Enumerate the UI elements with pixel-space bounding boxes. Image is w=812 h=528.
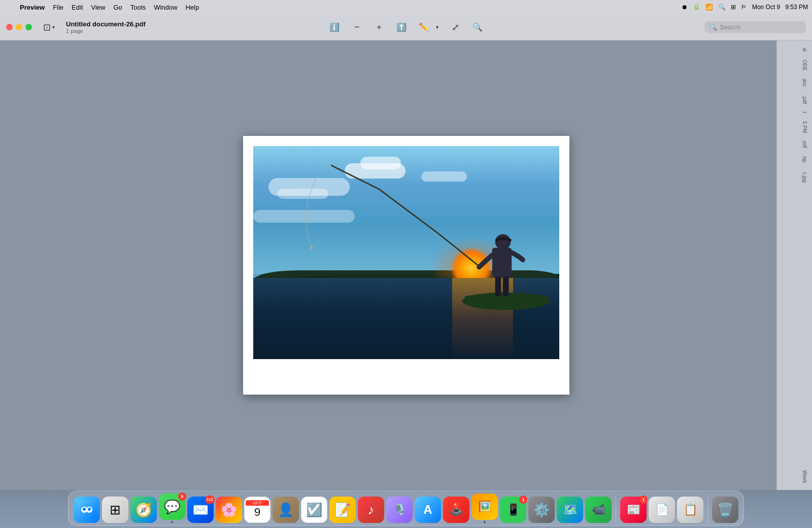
menu-go[interactable]: Go — [110, 3, 125, 12]
zoom-out-button[interactable]: − — [349, 19, 365, 36]
dock-item-podcasts[interactable]: 🎙️ — [386, 497, 413, 523]
dock-item-preview[interactable]: 🖼️ — [471, 494, 498, 523]
dock: ⊞ 🧭 8 💬 112 ✉️ 🌸 — [68, 490, 744, 526]
zoom-in-button[interactable]: + — [371, 19, 387, 36]
resize-button[interactable]: ⤢ — [447, 19, 463, 36]
menubar-right: ⏺ 🔋 📶 🔍 ⊞ 🏳 Mon Oct 9 9:53 PM — [682, 4, 808, 11]
menu-view[interactable]: View — [88, 3, 109, 12]
menubar-time: 9:53 PM — [785, 4, 808, 11]
search-input[interactable] — [720, 23, 801, 31]
chevron-down-icon: ▾ — [52, 24, 55, 30]
dock-item-reminders[interactable]: ☑️ — [301, 497, 327, 523]
close-button[interactable] — [6, 24, 13, 30]
dock-item-music[interactable]: ♪ — [358, 497, 384, 523]
info-button[interactable]: ℹ️ — [326, 19, 343, 36]
dock-item-screentime[interactable]: 1 📱 — [500, 497, 526, 523]
dock-item-facetime[interactable]: 📹 — [585, 497, 612, 523]
side-panel-text-1: al — [780, 46, 809, 54]
menu-preview[interactable]: Preview — [16, 3, 48, 12]
photos-icon: 🌸 — [216, 497, 242, 523]
menubar-left: Preview File Edit View Go Tools Window H… — [4, 3, 680, 12]
svg-point-9 — [83, 508, 86, 511]
document-image — [253, 146, 559, 359]
dock-item-appstore[interactable]: A — [415, 497, 441, 523]
search-box[interactable]: 🔍 — [704, 21, 806, 33]
side-panel-text-2: ODE — [780, 58, 809, 73]
finder-icon — [74, 497, 100, 523]
menu-window[interactable]: Window — [150, 3, 181, 12]
maximize-button[interactable] — [25, 24, 32, 30]
messages-dot — [171, 521, 173, 523]
cloud-4 — [278, 189, 328, 199]
dock-item-settings[interactable]: ⚙️ — [528, 497, 555, 523]
menu-edit[interactable]: Edit — [68, 3, 86, 12]
reminders-icon: ☑️ — [301, 497, 327, 523]
menu-help[interactable]: Help — [182, 3, 202, 12]
cloud-6 — [421, 171, 467, 182]
sidebar-toggle-button[interactable]: ⊡ ▾ — [40, 20, 58, 35]
dock-item-safari[interactable]: 🧭 — [130, 497, 157, 523]
dock-item-article2[interactable]: 📄 — [649, 497, 675, 523]
contacts-icon: 👤 — [273, 497, 299, 523]
article1-badge: 1 — [639, 496, 648, 504]
menubar-control-center-icon[interactable]: ⊞ — [731, 4, 736, 11]
menubar-wifi-icon: 📶 — [705, 4, 713, 11]
calendar-day: 9 — [254, 506, 260, 519]
dock-item-launchpad[interactable]: ⊞ — [102, 497, 128, 523]
podcasts-icon: 🎙️ — [386, 497, 413, 523]
article3-icon: 📋 — [677, 497, 703, 523]
dock-separator — [616, 497, 616, 523]
dock-item-photos[interactable]: 🌸 — [216, 497, 242, 523]
calendar-month: OCT — [246, 500, 269, 506]
dock-item-notes[interactable]: 📝 — [329, 497, 356, 523]
find-button[interactable]: 🔍 — [469, 19, 486, 36]
trash-icon: 🗑️ — [712, 497, 738, 523]
traffic-lights — [6, 24, 32, 30]
apple-menu[interactable] — [4, 6, 11, 8]
side-panel-text-8: ng- — [780, 154, 809, 165]
menubar-record-icon: ⏺ — [682, 4, 688, 11]
minimize-button[interactable] — [16, 24, 22, 30]
svg-point-10 — [88, 508, 91, 511]
preview-icon: 🖼️ — [471, 494, 498, 520]
article2-icon: 📄 — [649, 497, 675, 523]
dock-item-calendar[interactable]: OCT 9 — [244, 497, 270, 523]
dock-item-contacts[interactable]: 👤 — [273, 497, 299, 523]
toolbar-right: 🔍 — [608, 21, 806, 33]
dock-item-arcade[interactable]: 🕹️ — [443, 497, 469, 523]
menubar-search-icon[interactable]: 🔍 — [718, 4, 726, 11]
settings-icon: ⚙️ — [528, 497, 555, 523]
markup-dropdown-button[interactable]: ▾ — [433, 19, 441, 36]
dock-separator-2 — [707, 497, 708, 523]
side-panel-text-7: pdf — [780, 139, 809, 150]
dock-item-messages[interactable]: 8 💬 — [159, 494, 185, 523]
side-panel-text-5: t — [780, 110, 809, 115]
safari-icon: 🧭 — [130, 497, 157, 523]
dock-container: ⊞ 🧭 8 💬 112 ✉️ 🌸 — [0, 490, 812, 528]
dock-item-article1[interactable]: 1 📰 — [620, 497, 647, 523]
launchpad-icon: ⊞ — [102, 497, 128, 523]
dock-item-maps[interactable]: 🗺️ — [557, 497, 583, 523]
calendar-icon: OCT 9 — [244, 497, 270, 523]
maps-icon: 🗺️ — [557, 497, 583, 523]
dock-item-mail[interactable]: 112 ✉️ — [187, 497, 214, 523]
dock-item-finder[interactable] — [74, 497, 100, 523]
water-sun-reflection — [452, 278, 513, 359]
finder-logo — [77, 500, 96, 519]
share-button[interactable]: ⬆️ — [393, 19, 410, 36]
document-pages: 1 page — [66, 28, 146, 34]
dock-item-article3[interactable]: 📋 — [677, 497, 703, 523]
menu-file[interactable]: File — [49, 3, 67, 12]
markup-button[interactable]: ✏️ — [416, 19, 432, 36]
cloud-2 — [360, 157, 401, 169]
document-info: Untitled document-26.pdf 1 page — [66, 20, 146, 34]
menubar: Preview File Edit View Go Tools Window H… — [0, 0, 812, 14]
side-panel-text-4: .pdf — [780, 93, 809, 106]
document-white-space — [253, 359, 559, 374]
screentime-badge: 1 — [519, 496, 527, 504]
messages-badge: 8 — [178, 492, 186, 501]
menu-tools[interactable]: Tools — [127, 3, 149, 12]
side-panel-text-10: Week — [780, 468, 809, 485]
arcade-icon: 🕹️ — [443, 497, 469, 523]
dock-item-trash[interactable]: 🗑️ — [712, 497, 738, 523]
